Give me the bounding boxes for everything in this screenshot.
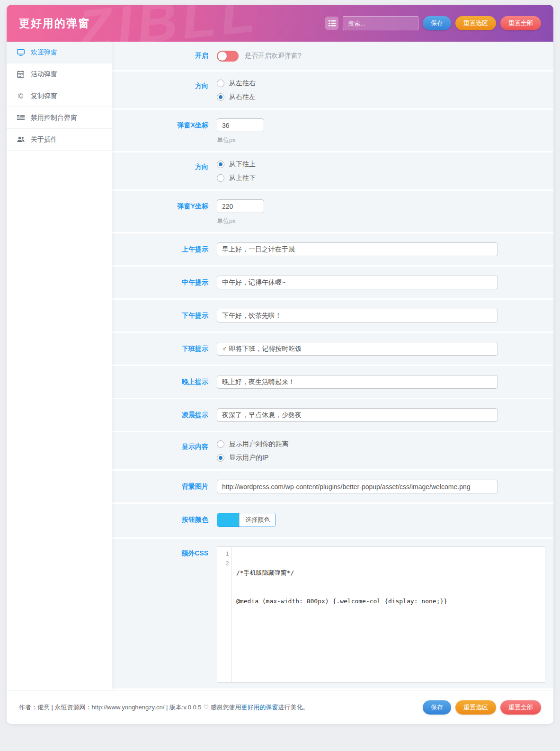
- page-title: 更好用的弹窗: [19, 16, 90, 31]
- row-background-image: 背景图片: [112, 471, 553, 502]
- author-credit: 作者：倦意 | 永恒资源网：http://www.yonghengzy.cn/ …: [19, 703, 309, 712]
- body: 欢迎弹窗 活动弹窗 © 复制弹窗 禁用控制台弹窗: [7, 42, 553, 690]
- users-icon: [17, 136, 25, 143]
- reset-selection-button-footer[interactable]: 重置选区: [455, 700, 496, 715]
- sidebar-item-activity-popup[interactable]: 活动弹窗: [7, 63, 112, 85]
- css-code-editor[interactable]: 1 2 /*手机版隐藏弹窗*/ @media (max-width: 800px…: [217, 546, 545, 683]
- sidebar-item-copy-popup[interactable]: © 复制弹窗: [7, 85, 112, 107]
- reset-all-button-footer[interactable]: 重置全部: [500, 700, 541, 715]
- radio-icon: [217, 174, 224, 182]
- plugin-link[interactable]: 更好用的弹窗: [241, 704, 278, 711]
- row-late-night-tip: 凌晨提示: [112, 399, 553, 431]
- sidebar-item-label: 关于插件: [31, 135, 57, 144]
- field-label: 下班提示: [112, 342, 208, 356]
- field-label: 下午提示: [112, 309, 208, 322]
- radio-icon: [217, 454, 224, 462]
- popup-y-input[interactable]: [217, 199, 264, 213]
- row-afternoon-tip: 下午提示: [112, 300, 553, 331]
- sidebar-item-welcome-popup[interactable]: 欢迎弹窗: [7, 42, 112, 63]
- radio-option-left-to-right[interactable]: 从左往右: [217, 79, 553, 88]
- field-label: 中午提示: [112, 276, 208, 289]
- header: ZIBLL 更好用的弹窗 保存 重置选区 重置全部: [7, 5, 553, 42]
- noon-tip-input[interactable]: [217, 276, 498, 289]
- row-morning-tip: 上午提示: [112, 233, 553, 265]
- field-label: 背景图片: [112, 480, 208, 493]
- row-extra-css: 额外CSS 1 2 /*手机版隐藏弹窗*/ @media (max-width:…: [112, 539, 553, 688]
- save-button[interactable]: 保存: [423, 16, 451, 30]
- unit-hint: 单位px: [217, 136, 553, 144]
- radio-icon: [217, 161, 224, 168]
- enable-description: 是否开启欢迎弹窗?: [245, 52, 302, 60]
- row-enable: 开启 是否开启欢迎弹窗?: [112, 42, 553, 70]
- radio-option-right-to-left[interactable]: 从右往左: [217, 93, 553, 101]
- header-toolbar: 保存 重置选区 重置全部: [325, 16, 541, 30]
- footer: 作者：倦意 | 永恒资源网：http://www.yonghengzy.cn/ …: [7, 690, 553, 724]
- code-line: /*手机版隐藏弹窗*/: [236, 568, 447, 578]
- reset-all-button[interactable]: 重置全部: [500, 16, 541, 30]
- field-label: 显示内容: [112, 440, 208, 462]
- unit-hint: 单位px: [217, 217, 553, 225]
- settings-form: 开启 是否开启欢迎弹窗? 方向 从左往右: [112, 42, 553, 690]
- plugin-settings-card: ZIBLL 更好用的弹窗 保存 重置选区 重置全部 欢迎弹窗: [7, 5, 553, 724]
- footer-toolbar: 保存 重置选区 重置全部: [423, 700, 541, 715]
- line-number: 2: [217, 559, 229, 568]
- row-display-content: 显示内容 显示用户到你的距离 显示用户的IP: [112, 432, 553, 469]
- row-evening-tip: 晚上提示: [112, 366, 553, 398]
- choose-color-button[interactable]: 选择颜色: [239, 513, 276, 527]
- row-off-work-tip: 下班提示: [112, 333, 553, 365]
- field-label: 开启: [112, 52, 208, 60]
- popup-x-input[interactable]: [217, 118, 264, 132]
- field-label: 额外CSS: [112, 546, 208, 683]
- radio-option-show-ip[interactable]: 显示用户的IP: [217, 454, 553, 462]
- sidebar-item-about-plugin[interactable]: 关于插件: [7, 129, 112, 151]
- sidebar-item-label: 活动弹窗: [31, 70, 57, 79]
- search-input[interactable]: [343, 16, 418, 30]
- copyright-icon: ©: [17, 92, 25, 100]
- radio-option-show-distance[interactable]: 显示用户到你的距离: [217, 440, 553, 448]
- field-label: 按钮颜色: [112, 513, 208, 528]
- sidebar-item-label: 欢迎弹窗: [31, 48, 57, 57]
- radio-icon: [217, 93, 224, 101]
- row-popup-x: 弹窗X坐标 单位px: [112, 110, 553, 151]
- calendar-icon: [17, 71, 25, 78]
- console-icon: [17, 115, 25, 121]
- color-swatch[interactable]: [217, 513, 239, 527]
- list-icon: [329, 20, 336, 27]
- sidebar-item-disable-console-popup[interactable]: 禁用控制台弹窗: [7, 107, 112, 129]
- field-label: 弹窗X坐标: [112, 118, 208, 144]
- off-work-tip-input[interactable]: [217, 342, 498, 356]
- save-button-footer[interactable]: 保存: [423, 700, 451, 715]
- radio-icon: [217, 80, 224, 87]
- sidebar-item-label: 禁用控制台弹窗: [31, 114, 77, 122]
- row-direction-x: 方向 从左往右 从右往左: [112, 72, 553, 108]
- brand-watermark: ZIBLL: [75, 5, 262, 42]
- menu-list-icon[interactable]: [325, 17, 338, 30]
- row-noon-tip: 中午提示: [112, 267, 553, 298]
- line-number: 1: [217, 549, 229, 559]
- line-numbers: 1 2: [217, 547, 232, 682]
- field-label: 弹窗Y坐标: [112, 199, 208, 225]
- background-image-input[interactable]: [217, 480, 498, 493]
- reset-selection-button[interactable]: 重置选区: [455, 16, 496, 30]
- field-label: 方向: [112, 160, 208, 182]
- sidebar: 欢迎弹窗 活动弹窗 © 复制弹窗 禁用控制台弹窗: [7, 42, 112, 690]
- radio-option-top-to-bottom[interactable]: 从上往下: [217, 174, 553, 182]
- radio-option-bottom-to-top[interactable]: 从下往上: [217, 160, 553, 169]
- monitor-icon: [17, 49, 25, 56]
- code-line: @media (max-width: 800px) {.welcome-col …: [236, 597, 447, 606]
- field-label: 方向: [112, 79, 208, 101]
- evening-tip-input[interactable]: [217, 375, 498, 389]
- morning-tip-input[interactable]: [217, 242, 498, 256]
- late-night-tip-input[interactable]: [217, 408, 498, 422]
- afternoon-tip-input[interactable]: [217, 309, 498, 322]
- color-picker[interactable]: 选择颜色: [217, 513, 276, 527]
- field-label: 上午提示: [112, 242, 208, 256]
- row-button-color: 按钮颜色 选择颜色: [112, 504, 553, 537]
- enable-toggle[interactable]: [217, 51, 239, 62]
- code-area[interactable]: /*手机版隐藏弹窗*/ @media (max-width: 800px) {.…: [232, 547, 447, 682]
- radio-icon: [217, 440, 224, 448]
- field-label: 凌晨提示: [112, 408, 208, 422]
- row-popup-y: 弹窗Y坐标 单位px: [112, 191, 553, 232]
- field-label: 晚上提示: [112, 375, 208, 389]
- sidebar-item-label: 复制弹窗: [31, 92, 57, 100]
